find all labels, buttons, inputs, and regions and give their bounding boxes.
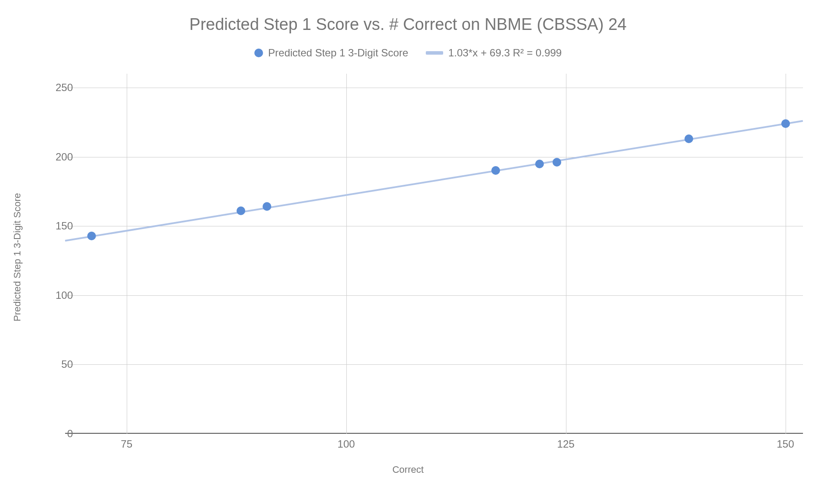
y-tick-label: 200 [47, 151, 73, 163]
chart-container: Predicted Step 1 Score vs. # Correct on … [0, 0, 816, 504]
data-point [263, 202, 271, 211]
x-axis-label: Correct [0, 464, 816, 475]
legend-series-label: Predicted Step 1 3-Digit Score [268, 47, 408, 59]
gridline-horizontal [65, 295, 803, 296]
legend-trendline-label: 1.03*x + 69.3 R² = 0.999 [448, 47, 562, 59]
x-axis-line [65, 433, 803, 434]
plot-area [65, 74, 803, 434]
gridline-vertical [566, 74, 566, 434]
data-point [781, 119, 790, 128]
legend-line-icon [426, 51, 443, 55]
y-axis-label: Predicted Step 1 3-Digit Score [12, 193, 23, 321]
gridline-vertical [346, 74, 347, 434]
x-tick-label: 150 [777, 438, 794, 450]
x-tick-label: 75 [121, 438, 132, 450]
y-tick-label: 50 [47, 358, 73, 370]
gridline-horizontal [65, 157, 803, 157]
y-tick-label: 100 [47, 289, 73, 301]
chart-title: Predicted Step 1 Score vs. # Correct on … [0, 15, 816, 34]
gridline-horizontal [65, 364, 803, 365]
legend-dot-icon [254, 49, 263, 57]
y-tick-label: 150 [47, 220, 73, 232]
gridline-horizontal [65, 88, 803, 88]
gridline-vertical [127, 74, 127, 434]
data-point [684, 134, 693, 143]
legend-trendline-item: 1.03*x + 69.3 R² = 0.999 [426, 47, 562, 59]
y-tick-label: 0 [47, 428, 73, 440]
data-point [553, 158, 561, 167]
data-point [237, 206, 245, 215]
y-tick-label: 250 [47, 82, 73, 94]
data-point [87, 232, 96, 240]
data-point [491, 166, 500, 175]
chart-legend: Predicted Step 1 3-Digit Score 1.03*x + … [0, 47, 816, 59]
legend-series-item: Predicted Step 1 3-Digit Score [254, 47, 408, 59]
x-tick-label: 100 [338, 438, 355, 450]
data-point [535, 160, 544, 168]
x-tick-label: 125 [557, 438, 575, 450]
gridline-horizontal [65, 226, 803, 226]
